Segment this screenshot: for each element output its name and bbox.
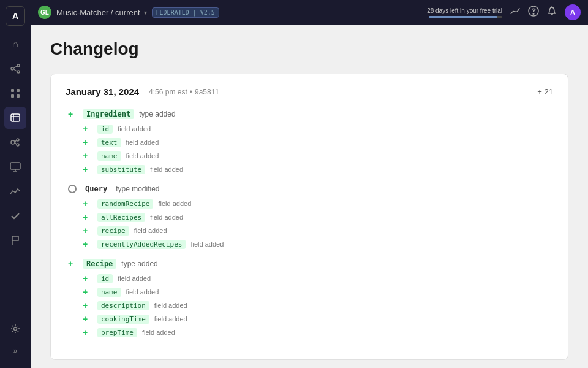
svg-point-13 (17, 139, 19, 141)
svg-point-14 (17, 144, 19, 146)
field-row: +recipefield added (66, 226, 553, 236)
svg-point-21 (14, 328, 17, 331)
plus-icon: + (68, 259, 78, 269)
svg-line-15 (15, 140, 17, 143)
field-label: field added (126, 152, 159, 159)
field-label: field added (154, 302, 187, 309)
changelog-card: January 31, 2024 4:56 pm est • 9a5811 + … (50, 74, 568, 360)
field-name-badge: text (97, 138, 121, 147)
sidebar: A ⌂ (0, 0, 31, 368)
changelog-header: January 31, 2024 4:56 pm est • 9a5811 + … (66, 86, 553, 97)
field-label: field added (150, 213, 183, 221)
change-kind-label: type added (139, 110, 175, 118)
insights-icon[interactable] (510, 6, 521, 19)
field-label: field added (134, 227, 167, 234)
federation-badge: FEDERATED | V2.5 (152, 7, 219, 18)
field-name-badge: description (97, 301, 149, 310)
change-type-row: +Ingredienttype added (66, 109, 553, 119)
field-plus-icon: + (83, 137, 92, 147)
sidebar-item-checks[interactable] (4, 205, 26, 227)
topbar-right: 28 days left in your free trial (427, 4, 581, 20)
svg-rect-9 (11, 114, 20, 121)
sidebar-expand-button[interactable]: » (4, 340, 26, 362)
svg-point-1 (17, 64, 20, 67)
changelog-meta: 4:56 pm est • 9a5811 (149, 88, 219, 96)
change-section: Querytype modified+randomRecipefield add… (66, 184, 553, 249)
trial-progress-fill (429, 16, 497, 18)
field-row: +substitutefield added (66, 164, 553, 174)
svg-rect-7 (11, 94, 14, 98)
help-icon[interactable] (528, 6, 539, 19)
svg-point-12 (11, 140, 15, 144)
svg-line-3 (13, 66, 17, 69)
sidebar-item-analytics[interactable] (4, 180, 26, 202)
field-name-badge: name (97, 288, 121, 297)
svg-point-2 (17, 71, 20, 73)
change-type-row: Querytype modified (66, 184, 553, 194)
sidebar-item-monitor[interactable] (4, 156, 26, 178)
field-plus-icon: + (83, 328, 92, 337)
svg-rect-17 (10, 163, 20, 169)
field-name-badge: cookingTime (97, 315, 149, 324)
changelog-count: + 21 (537, 87, 553, 96)
field-row: +idfield added (66, 274, 553, 283)
field-plus-icon: + (83, 314, 92, 324)
sidebar-item-home[interactable]: ⌂ (4, 33, 26, 55)
user-avatar[interactable]: A (565, 4, 581, 20)
field-plus-icon: + (83, 287, 92, 297)
circle-icon (68, 185, 77, 193)
field-label: field added (158, 200, 191, 207)
field-plus-icon: + (83, 239, 92, 249)
field-row: +cookingTimefield added (66, 314, 553, 324)
field-label: field added (126, 139, 159, 146)
field-plus-icon: + (83, 226, 92, 236)
svg-rect-6 (17, 89, 20, 92)
changelog-sections: +Ingredienttype added+idfield added+text… (66, 109, 553, 337)
page-title: Changelog (50, 39, 568, 59)
main-area: GL Music-Matcher / current ▾ FEDERATED |… (31, 0, 588, 368)
project-name[interactable]: Music-Matcher / current ▾ (56, 8, 147, 17)
change-kind-label: type modified (116, 185, 159, 193)
field-row: +descriptionfield added (66, 301, 553, 310)
field-row: +namefield added (66, 287, 553, 297)
topbar: GL Music-Matcher / current ▾ FEDERATED |… (31, 0, 588, 25)
svg-line-16 (15, 142, 17, 145)
sidebar-item-integrations[interactable] (4, 131, 26, 153)
sidebar-item-play[interactable] (4, 82, 26, 104)
field-plus-icon: + (83, 274, 92, 283)
field-row: +randomRecipefield added (66, 199, 553, 209)
field-label: field added (126, 288, 159, 296)
change-kind-label: type added (121, 259, 157, 268)
change-section: +Recipetype added+idfield added+namefiel… (66, 259, 553, 337)
field-name-badge: prepTime (97, 328, 137, 337)
chevron-icon: ▾ (144, 9, 147, 16)
field-label: field added (190, 240, 224, 248)
sidebar-item-settings[interactable] (4, 318, 26, 340)
change-type-row: +Recipetype added (66, 259, 553, 269)
svg-point-23 (533, 13, 534, 15)
svg-rect-5 (11, 89, 14, 92)
change-section: +Ingredienttype added+idfield added+text… (66, 109, 553, 174)
field-name-badge: id (97, 125, 113, 134)
sidebar-item-flags[interactable] (4, 229, 26, 251)
field-row: +textfield added (66, 137, 553, 147)
field-name-badge: randomRecipe (97, 199, 153, 209)
type-badge: Recipe (83, 259, 116, 269)
field-plus-icon: + (83, 124, 92, 134)
type-badge: Ingredient (83, 109, 134, 119)
field-name-badge: name (97, 151, 121, 161)
field-plus-icon: + (83, 151, 92, 161)
field-name-badge: recipe (97, 226, 129, 236)
field-label: field added (118, 275, 151, 282)
sidebar-item-schema[interactable] (4, 107, 26, 129)
sidebar-item-graph[interactable] (4, 58, 26, 80)
trial-info: 28 days left in your free trial (427, 7, 502, 18)
svg-point-0 (11, 67, 13, 70)
field-plus-icon: + (83, 301, 92, 310)
svg-line-4 (13, 69, 17, 72)
field-label: field added (118, 125, 151, 132)
field-plus-icon: + (83, 199, 92, 209)
trial-progress-bar (429, 16, 502, 18)
main-content: Changelog January 31, 2024 4:56 pm est •… (31, 25, 588, 368)
notifications-icon[interactable] (546, 6, 557, 19)
